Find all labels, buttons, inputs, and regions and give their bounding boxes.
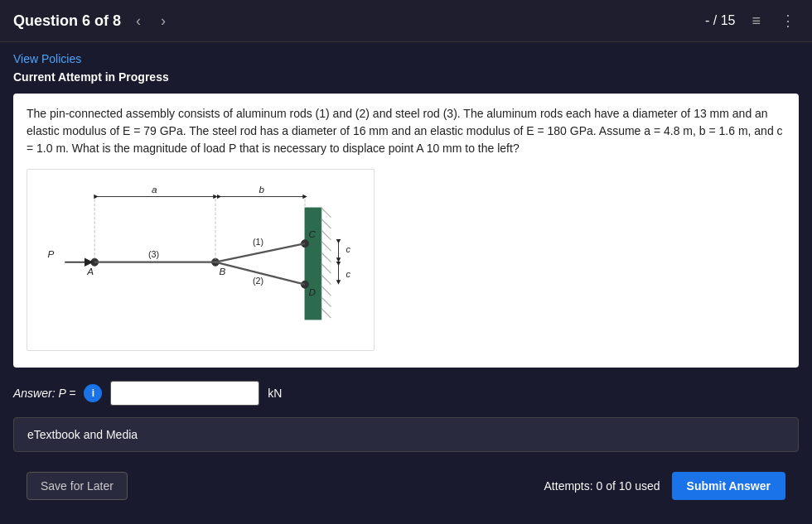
prev-button[interactable]: ‹ [131,11,146,31]
score-display: - / 15 [705,13,735,28]
info-icon[interactable]: i [84,384,102,402]
unit-label: kN [268,387,282,400]
svg-text:c: c [346,244,351,254]
top-bar-left: Question 6 of 8 ‹ › [13,11,171,31]
attempt-status: Current Attempt in Progress [13,70,799,84]
save-later-button[interactable]: Save for Later [27,472,128,500]
svg-text:(1): (1) [253,237,263,247]
bottom-right: Attempts: 0 of 10 used Submit Answer [544,472,785,500]
question-text: The pin-connected assembly consists of a… [27,105,785,157]
question-title: Question 6 of 8 [13,12,121,30]
etextbook-bar[interactable]: eTextbook and Media [13,417,799,452]
next-button[interactable]: › [156,11,171,31]
svg-text:c: c [346,269,351,279]
svg-text:B: B [220,266,226,276]
svg-text:P: P [48,248,55,259]
svg-text:a: a [152,184,157,195]
attempts-text: Attempts: 0 of 10 used [544,479,660,493]
svg-text:b: b [259,184,265,195]
list-icon-button[interactable]: ≡ [748,11,764,31]
svg-text:A: A [86,266,94,276]
svg-text:(3): (3) [148,249,159,259]
view-policies-link[interactable]: View Policies [13,52,81,65]
question-box: The pin-connected assembly consists of a… [13,94,799,368]
more-options-button[interactable]: ⋮ [777,10,799,31]
submit-answer-button[interactable]: Submit Answer [672,472,785,500]
etextbook-label: eTextbook and Media [27,428,138,441]
diagram-container: a b c c A B C [27,169,375,351]
answer-input[interactable] [110,381,259,406]
top-bar: Question 6 of 8 ‹ › - / 15 ≡ ⋮ [0,0,812,42]
svg-text:D: D [309,286,317,297]
answer-row: Answer: P = i kN [13,381,799,406]
bottom-bar: Save for Later Attempts: 0 of 10 used Su… [13,465,799,507]
answer-label: Answer: P = [13,387,75,400]
diagram-svg: a b c c A B C [36,178,365,342]
top-bar-right: - / 15 ≡ ⋮ [705,10,799,31]
svg-text:(2): (2) [253,276,263,286]
svg-rect-1 [305,208,321,320]
svg-text:C: C [309,228,317,239]
content-area: View Policies Current Attempt in Progres… [0,42,812,517]
